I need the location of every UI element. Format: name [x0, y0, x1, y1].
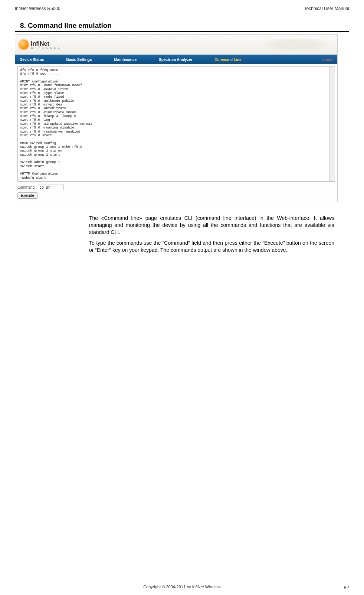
paragraph-2: To type the commands use the “Command” f… — [89, 240, 334, 254]
logo-icon — [19, 40, 29, 49]
command-row: Command: — [15, 183, 337, 191]
body-text: The «Command line» page emulates CLI (co… — [89, 215, 334, 253]
execute-button[interactable]: Execute — [17, 192, 37, 199]
nav-maintenance[interactable]: Maintenance — [114, 58, 137, 62]
logo-subtext: W I R E L E S S — [31, 46, 60, 49]
copyright: Copyright © 2004-2011 by InfiNet Wireles… — [143, 585, 221, 589]
command-input[interactable] — [38, 185, 64, 190]
section-heading: 8. Command line emulation — [20, 22, 349, 30]
console-text: dfs rf5.0 freq auto dfs rf5.0 cot .. .. … — [18, 67, 335, 182]
nav-logout[interactable]: •Logout — [322, 58, 334, 61]
doc-title-left: InfiNet Wireless R5000 — [15, 6, 60, 11]
console-output: dfs rf5.0 freq auto dfs rf5.0 cot .. .. … — [17, 66, 335, 182]
nav-command-line[interactable]: Command Line — [214, 58, 241, 62]
nav-device-status[interactable]: Device Status — [20, 58, 44, 62]
command-label: Command: — [17, 185, 36, 189]
section-rule — [15, 31, 349, 32]
nav-bar: Device Status Basic Settings Maintenance… — [15, 55, 337, 64]
logo: InfiNet W I R E L E S S — [19, 40, 60, 49]
doc-title-right: Technical User Manual — [304, 6, 349, 11]
nav-basic-settings[interactable]: Basic Settings — [66, 58, 92, 62]
page-number: 82 — [344, 585, 349, 590]
app-banner: InfiNet W I R E L E S S — [15, 35, 337, 55]
screenshot-container: InfiNet W I R E L E S S Device Status Ba… — [15, 34, 338, 202]
banner-decoration — [259, 37, 334, 52]
paragraph-1: The «Command line» page emulates CLI (co… — [89, 215, 334, 236]
nav-spectrum-analyzer[interactable]: Spectrum Analyzer — [159, 58, 192, 62]
page-footer: Copyright © 2004-2011 by InfiNet Wireles… — [15, 583, 349, 589]
